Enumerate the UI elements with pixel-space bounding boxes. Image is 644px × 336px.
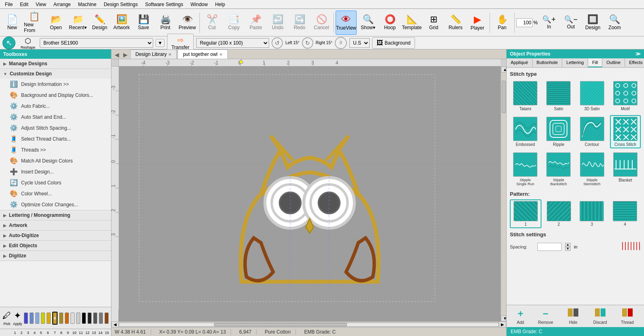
design-button[interactable]: ✏️ Design — [89, 11, 110, 35]
hide-action[interactable]: Hide — [567, 308, 579, 325]
menu-view[interactable]: View — [32, 1, 49, 8]
cycle-colors-item[interactable]: 🔄 Cycle Used Colors — [0, 177, 111, 188]
menu-window[interactable]: Window — [187, 1, 211, 8]
stitch-blanket[interactable]: Blanket — [610, 151, 641, 188]
scroll-up-button[interactable]: ▲ — [501, 66, 506, 73]
pick-tool[interactable]: 🖊 Pick — [2, 310, 11, 326]
trueview-button[interactable]: 👁 TrueView — [336, 11, 357, 35]
swatch-7[interactable] — [59, 312, 63, 324]
hoop-size-select[interactable]: Regular (100 x 100) — [196, 38, 269, 48]
player-button[interactable]: ▶ Player — [467, 11, 488, 35]
tab-put-together-owl[interactable]: put together owl ✕ — [178, 49, 227, 59]
stitch-stipple-stem[interactable]: StippleStemstitch — [577, 151, 608, 188]
digitize-header[interactable]: ▶ Digitize — [0, 251, 111, 261]
pattern-2[interactable]: 2 — [543, 199, 575, 228]
grid-button[interactable]: ⊞ Grid — [423, 11, 444, 35]
obj-props-expand[interactable]: ≫ — [635, 51, 641, 57]
rulers-button[interactable]: 📏 Rulers — [445, 11, 466, 35]
threads-item[interactable]: 🧵 Threads >> — [0, 144, 111, 155]
swatch-9[interactable] — [71, 312, 75, 324]
scroll-left-button[interactable]: ◀ — [111, 321, 119, 327]
stitch-cross-stitch[interactable]: Cross Stitch — [610, 115, 641, 148]
show-button[interactable]: 🔍 Show▾ — [357, 11, 379, 35]
discard-action[interactable]: Discard — [593, 308, 607, 325]
stitch-stipple-back[interactable]: StippleBackstitch — [543, 151, 574, 188]
auto-start-end-item[interactable]: ⚙️ Auto Start and End... — [0, 111, 111, 122]
match-colors-item[interactable]: 🎨 Match All Design Colors — [0, 155, 111, 166]
menu-arrange[interactable]: Arrange — [50, 1, 74, 8]
save-button[interactable]: 💾 Save — [133, 11, 154, 35]
swatch-2[interactable] — [30, 312, 34, 324]
undo-button[interactable]: ↩️ Undo — [267, 11, 288, 35]
auto-fabric-item[interactable]: ⚙️ Auto Fabric... — [0, 101, 111, 111]
zoom-zoom-button[interactable]: 🔍 Zoom — [604, 11, 625, 35]
units-select[interactable]: U.S. — [349, 38, 370, 48]
background-button[interactable]: 🖼 Background — [372, 37, 415, 49]
stitch-ripple[interactable]: Ripple — [543, 115, 574, 148]
open-button[interactable]: 📂 Open — [45, 11, 66, 35]
manage-designs-header[interactable]: ▶ Manage Designs — [0, 59, 111, 68]
tab-buttonhole[interactable]: Buttonhole — [533, 58, 563, 67]
machine-dropdown[interactable]: ▼ — [156, 39, 165, 47]
tab-design-library[interactable]: Design Library ✕ — [130, 49, 177, 59]
recent-button[interactable]: 📁 Recent▾ — [67, 11, 88, 35]
zoom-design-button[interactable]: 🔲 Design — [582, 11, 603, 35]
new-button[interactable]: 📄 New — [2, 11, 23, 35]
scrollbar-vertical[interactable]: ▲ ▼ — [501, 66, 506, 321]
preview-button[interactable]: 👁️ Preview — [177, 11, 198, 35]
adjust-spacing-item[interactable]: ⚙️ Adjust Stitch Spacing... — [0, 122, 111, 133]
scroll-down-button[interactable]: ▼ — [501, 315, 506, 321]
paste-button[interactable]: 📌 Paste — [245, 11, 266, 35]
swatch-14[interactable] — [99, 312, 103, 324]
stitch-stipple-single[interactable]: StippleSingle Run — [510, 151, 541, 188]
artwork-header[interactable]: ▶ Artwork — [0, 220, 111, 230]
swatch-5[interactable] — [47, 312, 51, 324]
select-button[interactable]: ↖ — [2, 36, 15, 49]
edit-objects-header[interactable]: ▶ Edit Objects — [0, 241, 111, 250]
tab-lettering[interactable]: Lettering — [562, 58, 588, 67]
stitch-satin[interactable]: Satin — [543, 79, 574, 113]
right-rotate-button[interactable]: ↻ — [302, 37, 313, 49]
pattern-1[interactable]: 1 — [510, 199, 541, 228]
scroll-h-thumb[interactable] — [214, 323, 347, 326]
tab-outline[interactable]: Outline — [602, 58, 625, 67]
print-button[interactable]: 🖨️ Print — [155, 11, 176, 35]
menu-design-settings[interactable]: Design Settings — [101, 1, 141, 8]
zoom-level-input[interactable] — [516, 18, 533, 27]
tab-nav-right[interactable]: ▶ — [122, 51, 129, 59]
spacing-down[interactable]: ▼ — [565, 247, 571, 251]
stitch-contour[interactable]: Contour — [577, 115, 608, 148]
spacing-up[interactable]: ▲ — [565, 243, 571, 247]
canvas-inner[interactable] — [119, 66, 501, 321]
lettering-header[interactable]: ▶ Lettering / Monogramming — [0, 210, 111, 220]
customize-design-header[interactable]: ▼ Customize Design — [0, 69, 111, 79]
zoom-out-button[interactable]: 🔍− Out — [561, 11, 582, 35]
swatch-1[interactable] — [24, 312, 28, 324]
swatch-10[interactable] — [76, 312, 80, 324]
stitch-tatami[interactable]: Tatami — [510, 79, 541, 113]
background-colors-item[interactable]: 🎨 Background and Display Colors... — [0, 90, 111, 101]
new-from-button[interactable]: 📋 New From — [24, 11, 45, 35]
zoom-in-button[interactable]: 🔍+ In — [539, 11, 560, 35]
remove-action[interactable]: − Remove — [538, 308, 553, 325]
redo-button[interactable]: ↪️ Redo — [289, 11, 310, 35]
apply-tool[interactable]: ✦ Apply — [13, 310, 22, 326]
scroll-h-track[interactable] — [119, 323, 499, 327]
spacing-input[interactable] — [537, 243, 562, 251]
color-wheel-item[interactable]: 🎨 Color Wheel... — [0, 188, 111, 199]
design-info-item[interactable]: ℹ️ Design Information >> — [0, 79, 111, 90]
stitch-motif[interactable]: Motif — [610, 79, 641, 113]
swatch-4[interactable] — [41, 312, 45, 324]
menu-machine[interactable]: Machine — [75, 1, 100, 8]
scroll-right-button[interactable]: ▶ — [499, 321, 506, 327]
tab-fill[interactable]: Fill — [588, 58, 602, 67]
machine-select[interactable]: Brother SE1900 — [40, 38, 153, 48]
pattern-4[interactable]: 4 — [609, 199, 641, 228]
tab-owl-close[interactable]: ✕ — [219, 52, 223, 57]
pan-button[interactable]: ✋ Pan — [492, 11, 513, 35]
swatch-12[interactable] — [88, 312, 92, 324]
tab-nav-left[interactable]: ◀ — [113, 51, 121, 59]
swatch-3[interactable] — [35, 312, 39, 324]
swatch-6[interactable]: 6 — [52, 312, 58, 325]
scrollbar-v-thumb[interactable] — [502, 81, 506, 113]
